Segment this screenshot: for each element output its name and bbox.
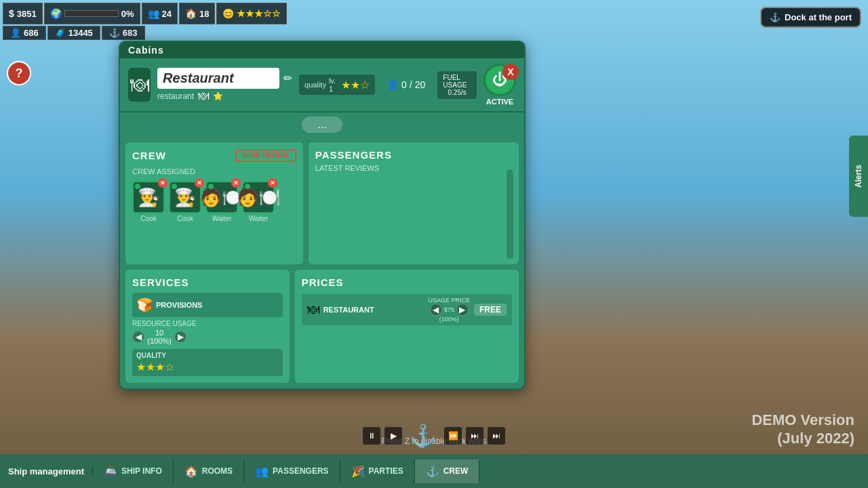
quality-stars: ★★☆: [341, 79, 370, 92]
price-value: $75: [444, 306, 454, 313]
pencil-icon: ✏: [283, 72, 292, 85]
modal-subtitle: restaurant 🍽 ⭐: [157, 90, 292, 102]
money-icon: $: [9, 8, 14, 19]
quality-section-label: QUALITY: [136, 352, 279, 359]
happiness-icon: 😊: [222, 8, 234, 19]
nav-parties[interactable]: 🎉 PARTIES: [340, 460, 415, 483]
staff-info: 👤 0 / 20: [387, 79, 425, 90]
crew-count: 686: [24, 28, 39, 38]
quality-section: QUALITY ★★★☆: [132, 349, 283, 376]
nav-rooms-label: ROOMS: [202, 466, 233, 476]
price-decrease[interactable]: ◀: [430, 304, 442, 316]
nav-ship-info[interactable]: 🚢 SHIP INFO: [93, 460, 174, 483]
happiness-display: 😊 ★★★☆☆: [216, 3, 287, 24]
top-hud2: 👤 686 🧳 13445 ⚓ 683: [0, 26, 148, 40]
active-dot-1: [135, 184, 140, 189]
quality-badge: quality lv. 1 ★★☆: [299, 75, 375, 95]
stepper-decrease[interactable]: ◀: [132, 331, 144, 343]
prices-panel: PRICES 🍽 RESTAURANT USAGE PRICE ◀ $75 ▶ …: [295, 270, 519, 383]
fuel-info: FUEL USAGE 0.25/s: [437, 71, 477, 99]
demo-version: DEMO Version (July 2022): [751, 411, 854, 447]
food-icon: 🍽: [198, 90, 209, 102]
latest-reviews-label: LATEST REVIEWS: [315, 164, 512, 172]
more-button[interactable]: ...: [302, 117, 342, 133]
question-button[interactable]: ?: [7, 61, 31, 85]
pause-button[interactable]: ⏸: [362, 426, 381, 445]
modal-cabins-title: Cabins: [120, 42, 524, 58]
fastest-button[interactable]: ⏭: [487, 426, 506, 445]
usage-price-label: USAGE PRICE: [428, 297, 470, 304]
services-panel: SERVICES 🍞 PROVISIONS RESOURCE USAGE ◀ 1…: [125, 270, 290, 383]
passengers-scrollbar[interactable]: [507, 169, 513, 259]
crew-member-4: 🧑‍🍽 ✕ Waiter: [242, 181, 275, 222]
parties-nav-icon: 🎉: [351, 465, 365, 478]
crew-avatar-2: 👨‍🍳 ✕: [169, 181, 201, 214]
happiness-stars: ★★★☆☆: [237, 8, 281, 19]
anchor-icon-hud: ⚓: [109, 28, 120, 38]
crew-avatar-1: 👨‍🍳 ✕: [132, 181, 165, 214]
staff-max: 20: [415, 79, 426, 90]
crew-avatar-4: 🧑‍🍽 ✕: [242, 181, 275, 214]
population-display: 🌍 0%: [44, 3, 140, 24]
provisions-box: 🍞 PROVISIONS: [132, 293, 283, 317]
rooms-nav-icon: 🏠: [184, 465, 198, 478]
people-count: 24: [162, 9, 172, 19]
room-icon-box: 🍽: [128, 68, 151, 102]
restaurant-price-row: 🍽 RESTAURANT USAGE PRICE ◀ $75 ▶ (100%) …: [302, 294, 512, 325]
crew-role-2: Cook: [177, 215, 193, 222]
anchor-count: 683: [123, 28, 138, 38]
alerts-panel[interactable]: Alerts: [849, 136, 868, 217]
price-increase[interactable]: ▶: [456, 304, 469, 316]
faster-button[interactable]: ⏭: [465, 426, 484, 445]
crew-members-list: 👨‍🍳 ✕ Cook 👨‍🍳 ✕ Cook: [132, 181, 296, 222]
nav-crew-label: CREW: [443, 466, 469, 476]
remove-crew-1[interactable]: ✕: [158, 178, 167, 188]
dock-button[interactable]: ⚓ Dock at the port: [760, 7, 861, 28]
person-icon: 👤: [387, 79, 399, 90]
stepper-increase[interactable]: ▶: [174, 331, 186, 343]
crew-role-4: Waiter: [249, 215, 269, 222]
crew-display: 👤 686: [3, 26, 46, 40]
play-button[interactable]: ▶: [384, 426, 403, 445]
people-icon: 👥: [148, 8, 159, 19]
active-dot-4: [245, 184, 250, 189]
stepper-value: 10 (100%): [147, 329, 172, 345]
passengers-panel: PASSENGERS LATEST REVIEWS: [309, 142, 519, 264]
rooms-display: 🏠 18: [179, 3, 215, 24]
crew-title: CREW: [132, 150, 166, 161]
quality-level: lv. 1: [329, 77, 336, 93]
restaurant-price-name: RESTAURANT: [323, 306, 425, 314]
room-name-input[interactable]: [157, 68, 279, 89]
alerts-label: Alerts: [854, 165, 863, 188]
dock-label: Dock at the port: [785, 12, 852, 22]
crew-member-1: 👨‍🍳 ✕ Cook: [132, 181, 165, 222]
fast-forward-button[interactable]: ⏩: [443, 426, 462, 445]
nav-rooms[interactable]: 🏠 ROOMS: [174, 460, 244, 483]
send-patrol-button[interactable]: SEND PATROL: [235, 149, 296, 162]
nav-crew[interactable]: ⚓ CREW: [415, 460, 480, 483]
nav-passengers-label: PASSENGERS: [273, 466, 328, 476]
rooms-count: 18: [199, 9, 209, 19]
modal-body: CREW SEND PATROL CREW ASSIGNED 👨‍🍳 ✕ Coo…: [120, 137, 524, 270]
nav-ship-info-label: SHIP INFO: [121, 466, 162, 476]
nav-parties-label: PARTIES: [369, 466, 403, 476]
luggage-count: 13445: [68, 28, 93, 38]
remove-crew-4[interactable]: ✕: [268, 178, 277, 188]
population-icon: 🌍: [50, 8, 62, 19]
modal-name-area: ✏ restaurant 🍽 ⭐: [157, 68, 292, 102]
modal-bottom: SERVICES 🍞 PROVISIONS RESOURCE USAGE ◀ 1…: [120, 270, 524, 388]
staff-current: 0: [401, 79, 407, 90]
crew-nav-icon: ⚓: [426, 465, 439, 478]
crew-panel-header: CREW SEND PATROL: [132, 149, 296, 162]
close-button[interactable]: X: [502, 64, 519, 80]
passengers-nav-icon: 👥: [255, 465, 269, 478]
resource-usage-label: RESOURCE USAGE: [132, 320, 283, 327]
crew-member-3: 🧑‍🍽 ✕ Waiter: [205, 181, 238, 222]
quality-stars-row: ★★★☆: [136, 361, 279, 373]
crew-role-3: Waiter: [212, 215, 232, 222]
dock-anchor-icon: ⚓: [770, 12, 781, 22]
active-dot-2: [172, 184, 177, 189]
crew-avatar-3: 🧑‍🍽 ✕: [205, 181, 238, 214]
nav-passengers[interactable]: 👥 PASSENGERS: [244, 460, 340, 483]
luggage-icon: 🧳: [55, 28, 66, 38]
